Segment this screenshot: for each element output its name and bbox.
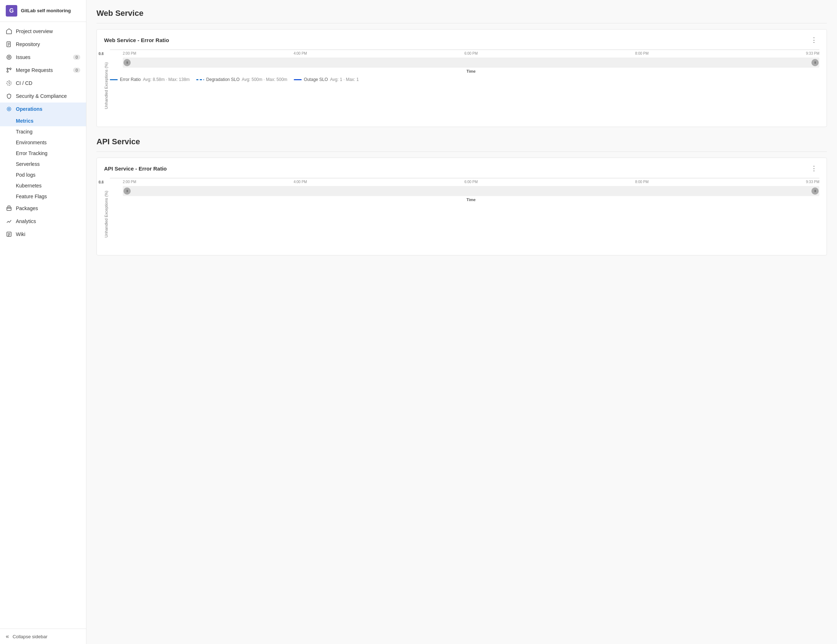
sidebar-subitem-feature-flags[interactable]: Feature Flags — [0, 191, 86, 202]
svg-point-4 — [7, 71, 8, 72]
api-service-title: API Service — [97, 137, 827, 152]
collapse-sidebar-label: Collapse sidebar — [13, 634, 48, 639]
sidebar: G GitLab self monitoring Project overvie… — [0, 0, 86, 644]
api-x-tick-0: 2:00 PM — [123, 180, 136, 184]
api-y-tick-0: 0 — [98, 180, 101, 184]
api-x-tick-2: 6:00 PM — [464, 180, 478, 184]
sidebar-item-packages[interactable]: Packages — [0, 202, 86, 215]
sidebar-sublabel-pod-logs: Pod logs — [16, 172, 35, 178]
api-chart-area: Unhandled Exceptions (%) 1 0.8 0.6 0.4 0… — [104, 178, 819, 250]
web-chart-header: Web Service - Error Ratio ⋮ — [104, 36, 819, 44]
issues-icon — [6, 54, 12, 61]
api-scrubber-left[interactable]: ⏸ — [123, 187, 131, 195]
sidebar-subitem-tracing[interactable]: Tracing — [0, 126, 86, 137]
package-icon — [6, 205, 12, 211]
legend-detail-outage-slo: Avg: 1 · Max: 1 — [330, 77, 359, 82]
analytics-icon — [6, 218, 12, 224]
app-name: GitLab self monitoring — [21, 8, 71, 14]
api-service-section: API Service API Service - Error Ratio ⋮ … — [97, 137, 827, 256]
api-chart-menu-button[interactable]: ⋮ — [809, 164, 819, 172]
sidebar-item-issues[interactable]: Issues 0 — [0, 51, 86, 64]
legend-label-outage-slo: Outage SLO — [304, 77, 328, 82]
svg-point-6 — [8, 108, 10, 110]
sidebar-label-operations: Operations — [16, 106, 43, 112]
api-x-tick-3: 8:00 PM — [635, 180, 648, 184]
sidebar-sublabel-tracing: Tracing — [16, 129, 33, 134]
sidebar-label-wiki: Wiki — [16, 231, 25, 237]
api-x-ticks: 2:00 PM 4:00 PM 6:00 PM 8:00 PM 9:33 PM — [123, 179, 819, 184]
sidebar-item-project-overview[interactable]: Project overview — [0, 25, 86, 38]
x-tick-2: 6:00 PM — [464, 51, 478, 56]
svg-point-1 — [7, 55, 11, 59]
sidebar-label-issues: Issues — [16, 54, 30, 60]
api-error-ratio-card: API Service - Error Ratio ⋮ Unhandled Ex… — [97, 157, 827, 256]
sidebar-label-security: Security & Compliance — [16, 93, 67, 99]
sidebar-sublabel-kubernetes: Kubernetes — [16, 183, 42, 188]
sidebar-item-merge-requests[interactable]: Merge Requests 0 — [0, 64, 86, 77]
issues-badge: 0 — [73, 55, 80, 60]
sidebar-item-cicd[interactable]: CI / CD — [0, 77, 86, 90]
y-tick-0: 0 — [98, 52, 101, 56]
sidebar-sublabel-error-tracking: Error Tracking — [16, 151, 48, 156]
web-x-ticks: 2:00 PM 4:00 PM 6:00 PM 8:00 PM 9:33 PM — [123, 50, 819, 56]
sidebar-label-repository: Repository — [16, 41, 40, 47]
web-time-label: Time — [123, 69, 819, 74]
svg-point-2 — [8, 56, 10, 58]
sidebar-item-operations[interactable]: Operations — [0, 103, 86, 115]
web-chart-inner: 1 0.8 0.6 0.4 0.2 0 — [110, 50, 819, 50]
x-tick-3: 8:00 PM — [635, 51, 648, 56]
web-chart-title: Web Service - Error Ratio — [104, 37, 169, 43]
sidebar-item-wiki[interactable]: Wiki — [0, 228, 86, 241]
web-y-axis-label: Unhandled Exceptions (%) — [104, 62, 108, 109]
api-x-tick-1: 4:00 PM — [294, 180, 307, 184]
legend-line-degradation-slo — [196, 79, 204, 80]
legend-label-degradation-slo: Degradation SLO — [206, 77, 240, 82]
sidebar-subitem-serverless[interactable]: Serverless — [0, 159, 86, 169]
merge-icon — [6, 67, 12, 74]
svg-rect-7 — [7, 207, 11, 210]
sidebar-subitem-metrics[interactable]: Metrics — [0, 115, 86, 126]
wiki-icon — [6, 231, 12, 238]
merge-requests-badge: 0 — [73, 68, 80, 73]
sidebar-subitem-kubernetes[interactable]: Kubernetes — [0, 180, 86, 191]
sidebar-label-analytics: Analytics — [16, 218, 36, 224]
sidebar-subitem-pod-logs[interactable]: Pod logs — [0, 169, 86, 180]
api-scrubber-right[interactable]: ⏸ — [811, 187, 819, 195]
sidebar-label-project-overview: Project overview — [16, 28, 53, 34]
web-service-section: Web Service Web Service - Error Ratio ⋮ … — [97, 9, 827, 127]
api-y-axis-label: Unhandled Exceptions (%) — [104, 191, 108, 238]
file-icon — [6, 41, 12, 48]
sidebar-sublabel-metrics: Metrics — [16, 118, 33, 124]
sidebar-subitem-environments[interactable]: Environments — [0, 137, 86, 148]
legend-error-ratio: Error Ratio Avg: 8.58m · Max: 138m — [110, 77, 190, 82]
web-scrubber-left[interactable]: ⏸ — [123, 59, 131, 66]
main-content: Web Service Web Service - Error Ratio ⋮ … — [86, 0, 837, 644]
chevrons-left-icon: « — [6, 633, 9, 640]
web-error-ratio-card: Web Service - Error Ratio ⋮ Unhandled Ex… — [97, 29, 827, 127]
shield-icon — [6, 93, 12, 99]
app-logo: G — [6, 5, 17, 16]
api-scrubber[interactable]: ⏸ ⏸ — [123, 186, 819, 196]
legend-degradation-slo: Degradation SLO Avg: 500m · Max: 500m — [196, 77, 287, 82]
sidebar-item-repository[interactable]: Repository — [0, 38, 86, 51]
x-tick-4: 9:33 PM — [806, 51, 819, 56]
sidebar-subitem-error-tracking[interactable]: Error Tracking — [0, 148, 86, 159]
api-chart-title: API Service - Error Ratio — [104, 166, 167, 172]
legend-detail-error-ratio: Avg: 8.58m · Max: 138m — [143, 77, 190, 82]
web-service-title: Web Service — [97, 9, 827, 23]
home-icon — [6, 28, 12, 34]
api-x-tick-4: 9:33 PM — [806, 180, 819, 184]
sidebar-item-security[interactable]: Security & Compliance — [0, 90, 86, 103]
web-chart-menu-button[interactable]: ⋮ — [809, 36, 819, 44]
x-tick-1: 4:00 PM — [294, 51, 307, 56]
collapse-sidebar-button[interactable]: « Collapse sidebar — [0, 629, 86, 644]
web-scrubber[interactable]: ⏸ ⏸ — [123, 57, 819, 68]
sidebar-sublabel-environments: Environments — [16, 139, 47, 145]
sidebar-logo[interactable]: G GitLab self monitoring — [0, 0, 86, 22]
api-chart-inner: 1 0.8 0.6 0.4 0.2 0 — [110, 178, 819, 179]
sidebar-item-analytics[interactable]: Analytics — [0, 215, 86, 228]
sidebar-label-packages: Packages — [16, 205, 38, 211]
operations-icon — [6, 106, 12, 112]
web-scrubber-right[interactable]: ⏸ — [811, 59, 819, 66]
legend-outage-slo: Outage SLO Avg: 1 · Max: 1 — [294, 77, 359, 82]
